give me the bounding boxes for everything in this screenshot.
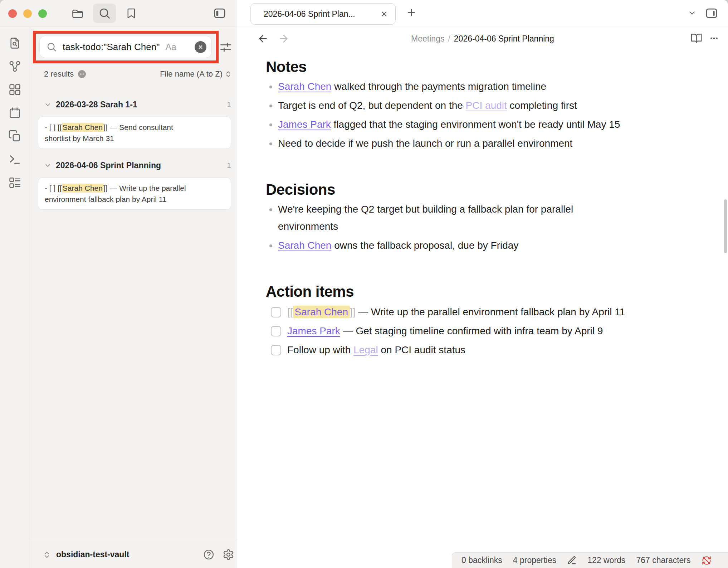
match-text: ]] — Write up the parallel <box>103 184 186 192</box>
settings-button[interactable] <box>223 549 234 560</box>
left-sidebar: task-todo:"Sarah Chen" Aa 2 results <box>0 0 237 568</box>
task-text-rest: Follow up with <box>287 344 353 355</box>
chevrons-up-down-icon <box>224 70 232 78</box>
templates-ribbon-button[interactable] <box>7 129 23 143</box>
close-icon <box>380 10 388 18</box>
breadcrumb-separator: / <box>448 34 450 44</box>
daily-note-ribbon-button[interactable] <box>7 106 23 120</box>
internal-link[interactable]: Sarah Chen <box>278 81 331 92</box>
close-tab-button[interactable] <box>380 10 388 18</box>
internal-link[interactable]: James Park <box>278 119 331 130</box>
sync-error-button[interactable] <box>702 555 712 565</box>
toggle-left-sidebar-button[interactable] <box>208 4 231 23</box>
result-group-title: 2026-03-28 Sarah 1-1 <box>56 100 137 110</box>
match-text: shortlist by March 31 <box>45 133 224 144</box>
clear-search-button[interactable] <box>195 41 206 53</box>
sidebar-right-toggle-icon <box>705 6 718 20</box>
search-settings-button[interactable] <box>219 41 232 54</box>
sync-off-icon <box>702 555 712 565</box>
decisions-list: We're keeping the Q2 target but building… <box>266 201 710 254</box>
sort-order-button[interactable]: File name (A to Z) <box>160 69 232 79</box>
bullet-text: We're keeping the Q2 target but building… <box>278 204 573 215</box>
ribbon <box>0 27 30 568</box>
breadcrumb: Meetings / 2026-04-06 Sprint Planning <box>237 27 728 50</box>
search-tab-button[interactable] <box>93 4 116 23</box>
search-input[interactable]: task-todo:"Sarah Chen" Aa <box>39 36 212 58</box>
editing-mode-button[interactable] <box>567 555 577 565</box>
task-list: [[Sarah Chen]] — Write up the parallel e… <box>266 304 710 359</box>
scrollbar-thumb[interactable] <box>724 199 727 253</box>
search-info-button[interactable] <box>78 70 86 78</box>
notes-list: Sarah Chen walked through the payments m… <box>266 78 710 152</box>
task-checkbox[interactable] <box>271 326 281 336</box>
window-controls <box>8 9 47 18</box>
result-group-title: 2026-04-06 Sprint Planning <box>56 161 161 170</box>
results-count: 2 results <box>44 69 74 79</box>
heading-action-items: Action items <box>266 283 710 301</box>
list-item: We're keeping the Q2 target but building… <box>266 201 710 235</box>
view-header: Meetings / 2026-04-06 Sprint Planning <box>237 27 728 50</box>
internal-link-unresolved[interactable]: Legal <box>353 344 378 355</box>
search-result-item[interactable]: - [ ] [[Sarah Chen]] — Send consultantsh… <box>38 117 231 149</box>
list-item: Sarah Chen walked through the payments m… <box>266 78 710 95</box>
match-text: - [ ] [[ <box>45 184 62 192</box>
result-group-header[interactable]: 2026-03-28 Sarah 1-1 1 <box>38 97 231 112</box>
close-window-button[interactable] <box>8 9 17 18</box>
internal-link-highlighted[interactable]: Sarah Chen <box>293 306 350 318</box>
tab-list-dropdown-button[interactable] <box>688 9 697 18</box>
bullet-text: Need to decide if we push the launch or … <box>278 138 572 149</box>
chevron-down-icon <box>44 162 52 169</box>
bookmarks-tab-button[interactable] <box>120 4 143 23</box>
maximize-window-button[interactable] <box>38 9 47 18</box>
tab-title: 2026-04-06 Sprint Plan... <box>264 9 355 19</box>
internal-link-unresolved[interactable]: PCI audit <box>466 100 507 111</box>
search-results-list: 2026-03-28 Sarah 1-1 1 - [ ] [[Sarah Che… <box>30 94 237 210</box>
search-result-item[interactable]: - [ ] [[Sarah Chen]] — Write up the para… <box>38 178 231 210</box>
match-text: environment fallback plan by April 11 <box>45 194 224 205</box>
match-case-toggle[interactable]: Aa <box>165 42 176 52</box>
graph-view-ribbon-button[interactable] <box>7 59 23 73</box>
bullet-text: owns the fallback proposal, due by Frida… <box>331 240 518 251</box>
help-button[interactable] <box>203 549 215 560</box>
new-tab-button[interactable] <box>406 7 417 18</box>
result-group-header[interactable]: 2026-04-06 Sprint Planning 1 <box>38 157 231 173</box>
toggle-right-sidebar-button[interactable] <box>700 4 723 23</box>
list-item: Need to decide if we push the launch or … <box>266 135 710 152</box>
bookmark-icon <box>125 7 137 19</box>
note-tab[interactable]: 2026-04-06 Sprint Plan... <box>250 3 396 25</box>
layout-list-icon <box>8 176 21 189</box>
minimize-window-button[interactable] <box>23 9 32 18</box>
vault-switcher[interactable]: obsidian-test-vault <box>43 550 129 559</box>
task-checkbox[interactable] <box>271 345 281 355</box>
internal-link[interactable]: Sarah Chen <box>278 240 331 251</box>
terminal-ribbon-button[interactable] <box>7 152 23 166</box>
sidebar-tab-switcher <box>66 4 143 23</box>
backlinks-status[interactable]: 0 backlinks <box>461 555 502 565</box>
task-text: [[Sarah Chen]] — Write up the parallel e… <box>287 304 625 321</box>
copy-icon <box>8 130 21 143</box>
internal-link[interactable]: James Park <box>287 325 340 336</box>
bullet-text: flagged that the staging environment won… <box>331 119 620 130</box>
note-editor[interactable]: Notes Sarah Chen walked through the paym… <box>237 50 724 552</box>
task-text-rest: — Write up the parallel environment fall… <box>356 306 625 317</box>
more-options-button[interactable] <box>709 34 719 43</box>
chevron-down-icon <box>44 101 52 108</box>
canvas-ribbon-button[interactable] <box>7 83 23 96</box>
files-tab-button[interactable] <box>66 4 89 23</box>
ellipsis-icon <box>79 72 84 77</box>
search-files-ribbon-button[interactable] <box>7 36 23 50</box>
properties-status[interactable]: 4 properties <box>513 555 556 565</box>
reading-mode-button[interactable] <box>690 32 702 44</box>
match-highlight: Sarah Chen <box>62 184 103 193</box>
tab-bar: 2026-04-06 Sprint Plan... <box>237 0 728 27</box>
folder-icon <box>71 7 84 20</box>
result-group-count: 1 <box>227 100 231 109</box>
sliders-icon <box>219 41 232 54</box>
breadcrumb-folder[interactable]: Meetings <box>411 34 444 44</box>
ellipsis-icon <box>709 34 719 43</box>
task-item: Follow up with Legal on PCI audit status <box>271 341 710 359</box>
layout-list-ribbon-button[interactable] <box>7 176 23 189</box>
main-pane: 2026-04-06 Sprint Plan... <box>237 0 728 568</box>
pencil-icon <box>567 555 577 565</box>
task-checkbox[interactable] <box>271 307 281 317</box>
